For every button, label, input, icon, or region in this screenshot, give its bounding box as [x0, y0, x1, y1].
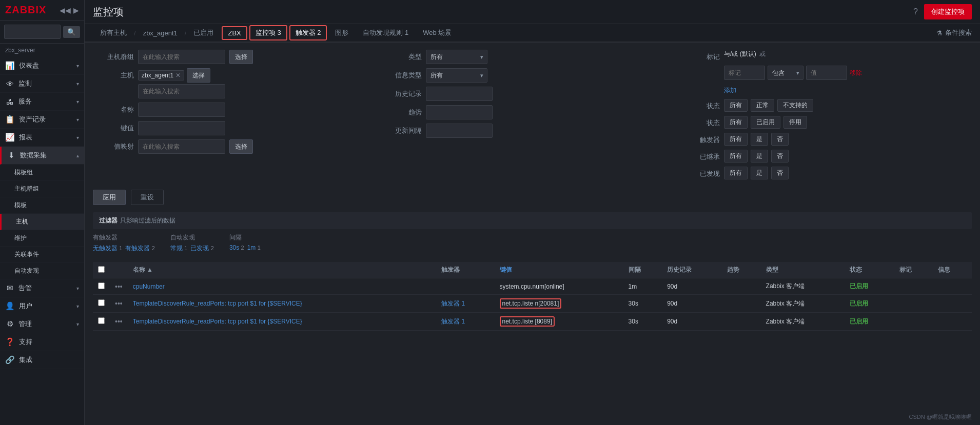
trend-input[interactable] [426, 105, 493, 119]
update-interval-input[interactable] [426, 124, 493, 138]
tab-graphs[interactable]: 图形 [328, 24, 356, 43]
tag-condition-select[interactable]: 包含 等于 [768, 66, 803, 80]
state-all-btn[interactable]: 所有 [724, 99, 748, 112]
sidebar-sub-item-template-group[interactable]: 模板组 [0, 165, 84, 181]
discovered-link[interactable]: 已发现 2 [190, 244, 213, 253]
sidebar-item-assets[interactable]: 📋 资产记录 ▾ [0, 111, 84, 129]
sidebar-sub-item-host-group[interactable]: 主机群组 [0, 181, 84, 197]
normal-link[interactable]: 常规 1 [170, 244, 187, 253]
sidebar-item-dashboard[interactable]: 📊 仪表盘 ▾ [0, 57, 84, 75]
row3-name-link[interactable]: TemplateDiscoverRule_readPorts: tcp port… [133, 318, 302, 325]
host-select-btn[interactable]: 选择 [187, 68, 210, 83]
tab-web[interactable]: Web 场景 [416, 24, 459, 43]
sidebar-sub-item-event[interactable]: 关联事件 [0, 247, 84, 263]
status-enabled-btn[interactable]: 已启用 [751, 116, 780, 129]
sidebar-item-users[interactable]: 👤 用户 ▾ [0, 297, 84, 315]
inherited-no-btn[interactable]: 否 [771, 150, 789, 163]
has-trigger-link[interactable]: 有触发器 2 [125, 244, 154, 253]
trigger-no-btn[interactable]: 否 [771, 133, 789, 146]
status-group: 所有 已启用 停用 [724, 116, 807, 129]
row1-menu-button[interactable]: ••• [115, 282, 123, 291]
apply-button[interactable]: 应用 [93, 190, 126, 205]
row1-key-cell: system.cpu.num[online] [495, 278, 623, 295]
sidebar-item-datacollect[interactable]: ⬇ 数据采集 ▴ [0, 147, 84, 165]
tag-remove-link[interactable]: 移除 [850, 69, 862, 77]
interval-30s-link[interactable]: 30s 2 [229, 244, 244, 251]
inherited-yes-btn[interactable]: 是 [751, 150, 768, 163]
filter-row-tag-input: 包含 等于 移除 [689, 66, 972, 80]
row2-menu-button[interactable]: ••• [115, 299, 123, 308]
tab-monitoring[interactable]: 监控项 3 [249, 25, 287, 41]
trigger-yes-btn[interactable]: 是 [751, 133, 768, 146]
discovered-no-btn[interactable]: 否 [771, 167, 789, 179]
status-all-btn[interactable]: 所有 [724, 116, 748, 129]
sidebar-item-alert[interactable]: ✉ 告管 ▾ [0, 279, 84, 297]
row1-name-link[interactable]: cpuNumber [133, 283, 165, 290]
trigger-all-btn[interactable]: 所有 [724, 133, 748, 146]
info-type-select[interactable]: 所有 数字(无符号) [426, 68, 487, 83]
tag-name-input[interactable] [724, 66, 765, 80]
row3-checkbox[interactable] [98, 317, 105, 324]
breadcrumb-enabled[interactable]: 已启用 [186, 24, 221, 43]
tag-operator-or[interactable]: 或 [759, 50, 766, 58]
sidebar-item-monitoring[interactable]: 👁 监测 ▾ [0, 75, 84, 93]
sidebar-item-collect[interactable]: 🔗 集成 [0, 351, 84, 369]
state-normal-btn[interactable]: 正常 [751, 99, 774, 112]
services-arrow: ▾ [76, 99, 79, 105]
type-select[interactable]: 所有 Zabbix 客户端 SNMP [426, 50, 487, 64]
footer-attribution: CSDN @喔就是哦唉唉喔 [909, 413, 972, 421]
sidebar-sub-item-maintenance[interactable]: 维护 [0, 230, 84, 247]
sidebar-search-input[interactable] [4, 25, 61, 39]
host-group-input[interactable] [138, 50, 225, 64]
key-input[interactable] [138, 121, 225, 135]
breadcrumb-all-hosts[interactable]: 所有主机 [93, 24, 134, 43]
interval-1m-link[interactable]: 1m 1 [247, 244, 261, 251]
row2-name-link[interactable]: TemplateDiscoverRule_readPorts: tcp port… [133, 300, 302, 307]
sidebar-item-admin[interactable]: ⚙ 管理 ▾ [0, 315, 84, 333]
sidebar-item-services[interactable]: 🖧 服务 ▾ [0, 93, 84, 111]
reset-button[interactable]: 重设 [131, 190, 164, 205]
sidebar-sub-item-autodiscovery[interactable]: 自动发现 [0, 263, 84, 279]
row3-menu-button[interactable]: ••• [115, 317, 123, 326]
no-trigger-link[interactable]: 无触发器 1 [93, 244, 122, 253]
sidebar-sub-item-template[interactable]: 模板 [0, 197, 84, 214]
help-icon[interactable]: ? [913, 7, 918, 16]
filter-button[interactable]: ⚗ 条件搜索 [936, 28, 972, 37]
status-disabled-btn[interactable]: 停用 [783, 116, 807, 129]
th-key[interactable]: 键值 [495, 262, 623, 278]
host-group-select-btn[interactable]: 选择 [229, 50, 253, 64]
host-search-input[interactable] [138, 84, 225, 98]
row3-trigger-link[interactable]: 触发器 1 [441, 318, 465, 325]
tab-triggers[interactable]: 触发器 2 [289, 25, 327, 41]
sidebar-item-reports[interactable]: 📈 报表 ▾ [0, 129, 84, 147]
trigger-links: 无触发器 1 有触发器 2 [93, 244, 155, 253]
collapse-icon[interactable]: ◀◀ [60, 6, 71, 14]
create-monitor-button[interactable]: 创建监控项 [924, 4, 972, 19]
tab-auto-discovery[interactable]: 自动发现规则 1 [356, 24, 416, 43]
discovered-all-btn[interactable]: 所有 [724, 167, 748, 179]
th-name[interactable]: 名称 ▲ [128, 262, 436, 278]
name-input[interactable] [138, 103, 225, 117]
state-unsupported-btn[interactable]: 不支持的 [777, 99, 813, 112]
row2-checkbox[interactable] [98, 299, 105, 306]
sidebar-search-button[interactable]: 🔍 [63, 26, 80, 38]
tab-zbx[interactable]: ZBX [222, 26, 247, 40]
tag-operator-and[interactable]: 与/或 (默认) [724, 50, 756, 58]
autodiscovery-links: 常规 1 已发现 2 [170, 244, 214, 253]
inherited-all-btn[interactable]: 所有 [724, 150, 748, 163]
sidebar-sub-item-host[interactable]: 主机 [0, 214, 84, 230]
sidebar-item-support[interactable]: ❓ 支持 [0, 333, 84, 351]
row1-checkbox[interactable] [98, 282, 105, 289]
discovered-yes-btn[interactable]: 是 [751, 167, 768, 179]
tag-value-input[interactable] [806, 66, 847, 80]
host-chip-remove[interactable]: ✕ [175, 72, 181, 79]
history-input[interactable] [426, 87, 493, 101]
filter-info-bar: 过滤器 只影响过滤后的数据 [93, 212, 972, 229]
value-map-select-btn[interactable]: 选择 [229, 139, 253, 154]
tag-add-link[interactable]: 添加 [724, 86, 736, 95]
select-all-checkbox[interactable] [98, 266, 105, 273]
expand-icon[interactable]: ▶ [73, 6, 79, 14]
row2-trigger-link[interactable]: 触发器 1 [441, 300, 465, 307]
value-map-input[interactable] [138, 139, 225, 154]
breadcrumb-agent1[interactable]: zbx_agent1 [136, 25, 185, 42]
